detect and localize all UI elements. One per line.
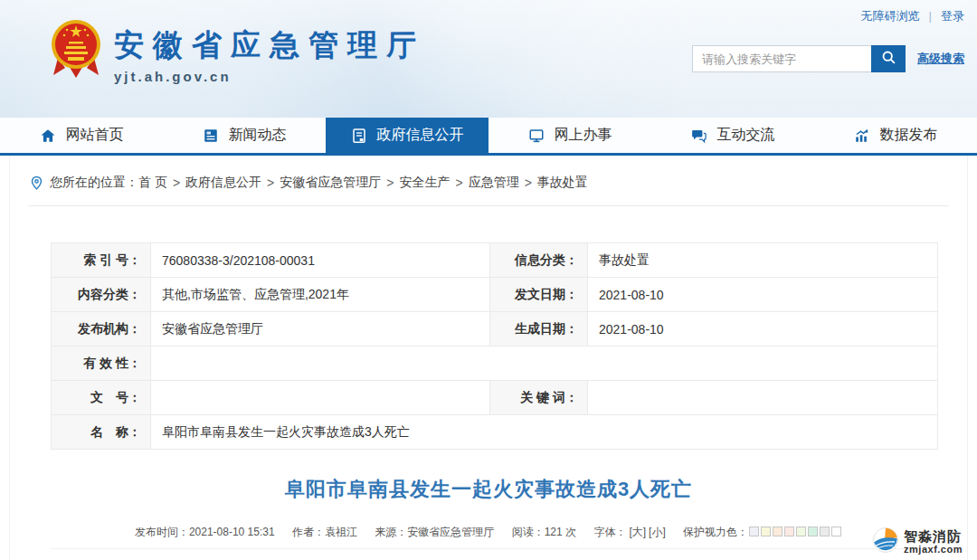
- issue-date-label: 发文日期：: [490, 278, 588, 312]
- document-icon: [351, 128, 367, 144]
- location-pin-icon: [30, 176, 43, 191]
- nav-item-online-services[interactable]: 网上办事: [488, 118, 651, 153]
- nav-item-gov-info[interactable]: 政府信息公开: [326, 118, 488, 153]
- nav-item-label: 网上办事: [555, 126, 612, 145]
- breadcrumb-item-safety[interactable]: 安全生产: [399, 175, 450, 191]
- doc-number-label: 文 号：: [52, 381, 151, 415]
- site-name: 安徽省应急管理厅: [114, 25, 425, 66]
- nav-item-home[interactable]: 网站首页: [0, 118, 163, 153]
- eye-protect-swatch[interactable]: [831, 527, 841, 536]
- font-size-controls: 字体：[大][小]: [593, 526, 665, 538]
- main-content: 您所在的位置： 首 页 > 政府信息公开 > 安徽省应急管理厅 > 安全生产 >…: [9, 156, 968, 560]
- nav-item-label: 互动交流: [717, 126, 775, 145]
- document-info-table: 索 引 号： 76080338-3/202108-00031 信息分类： 事故处…: [51, 242, 938, 450]
- monitor-icon: [528, 128, 545, 144]
- generation-date-value: 2021-08-10: [588, 312, 938, 346]
- nav-item-interaction[interactable]: 互动交流: [651, 118, 814, 153]
- main-nav: 网站首页 新闻动态 政府信息公开 网上办事 互动交流 数据发布: [0, 118, 977, 156]
- keyword-value: [588, 381, 938, 415]
- eye-protect-swatch[interactable]: [784, 527, 794, 536]
- search-area: 高级搜索: [692, 45, 964, 72]
- publisher-label: 发布机构：: [52, 312, 151, 346]
- top-links-separator: |: [929, 9, 932, 23]
- chat-icon: [691, 128, 707, 144]
- login-link[interactable]: 登录: [941, 9, 964, 23]
- table-row: 文 号： 关 键 词：: [52, 381, 938, 415]
- nav-item-label: 新闻动态: [229, 126, 287, 145]
- index-number-label: 索 引 号：: [52, 243, 151, 278]
- watermark-brand-url: zmjaxf.com: [904, 544, 963, 555]
- site-header: 无障碍浏览|登录 安徽省应急管理厅 yjt.ah.g: [0, 0, 977, 118]
- news-icon: [203, 128, 219, 144]
- nav-item-news[interactable]: 新闻动态: [163, 118, 326, 153]
- breadcrumb: 您所在的位置： 首 页 > 政府信息公开 > 安徽省应急管理厅 > 安全生产 >…: [28, 156, 949, 206]
- breadcrumb-item-emergency[interactable]: 应急管理: [469, 175, 519, 191]
- table-row: 索 引 号： 76080338-3/202108-00031 信息分类： 事故处…: [52, 243, 938, 278]
- zhimiao-fire-icon: [872, 527, 899, 557]
- nav-item-data-release[interactable]: 数据发布: [814, 118, 977, 153]
- table-row: 内容分类： 其他,市场监管、应急管理,2021年 发文日期： 2021-08-1…: [52, 278, 938, 312]
- breadcrumb-prefix: 您所在的位置：: [50, 175, 138, 191]
- doc-number-value: [151, 381, 490, 415]
- font-small-button[interactable]: [小]: [649, 526, 666, 538]
- article-meta: 发布时间：2021-08-10 15:31 作者：袁祖江 来源：安徽省应急管理厅…: [10, 525, 967, 540]
- table-row: 发布机构： 安徽省应急管理厅 生成日期： 2021-08-10: [52, 312, 938, 346]
- eye-protect-swatch[interactable]: [808, 527, 818, 536]
- publish-time: 发布时间：2021-08-10 15:31: [135, 526, 275, 538]
- publisher-value: 安徽省应急管理厅: [151, 312, 490, 346]
- top-links: 无障碍浏览|登录: [861, 8, 964, 24]
- site-brand: 安徽省应急管理厅 yjt.ah.gov.cn: [50, 18, 425, 84]
- eye-protect-swatch[interactable]: [820, 527, 830, 536]
- nav-item-label: 政府信息公开: [377, 126, 464, 145]
- nav-item-label: 网站首页: [66, 126, 124, 145]
- breadcrumb-item-gov-info[interactable]: 政府信息公开: [185, 175, 261, 191]
- nav-item-label: 数据发布: [880, 126, 938, 145]
- keyword-label: 关 键 词：: [490, 381, 588, 415]
- watermark-logo: 智淼消防 zmjaxf.com: [872, 527, 963, 557]
- info-category-label: 信息分类：: [490, 243, 588, 278]
- search-input[interactable]: [692, 45, 871, 72]
- name-label: 名 称：: [52, 415, 151, 450]
- search-button[interactable]: [871, 45, 906, 72]
- advanced-search-link[interactable]: 高级搜索: [917, 51, 964, 67]
- source: 来源：安徽省应急管理厅: [375, 526, 494, 538]
- site-url: yjt.ah.gov.cn: [114, 69, 425, 84]
- issue-date-value: 2021-08-10: [588, 278, 938, 312]
- info-category-value: 事故处置: [588, 243, 938, 278]
- search-icon: [881, 50, 896, 68]
- eye-protect-swatch[interactable]: [761, 527, 771, 536]
- name-value: 阜阳市阜南县发生一起火灾事故造成3人死亡: [151, 415, 938, 450]
- table-row: 有 效 性：: [52, 346, 938, 381]
- article-title: 阜阳市阜南县发生一起火灾事故造成3人死亡: [10, 476, 967, 503]
- breadcrumb-item-accident[interactable]: 事故处置: [537, 175, 588, 191]
- breadcrumb-item-department[interactable]: 安徽省应急管理厅: [280, 175, 381, 191]
- font-large-button[interactable]: [大]: [629, 526, 646, 538]
- validity-value: [151, 346, 938, 381]
- breadcrumb-item-home[interactable]: 首 页: [138, 175, 167, 191]
- index-number-value: 76080338-3/202108-00031: [151, 243, 490, 278]
- home-icon: [40, 128, 56, 144]
- validity-label: 有 效 性：: [52, 346, 151, 381]
- content-category-label: 内容分类：: [52, 278, 151, 312]
- eye-protect-swatch[interactable]: [749, 527, 759, 536]
- view-count: 阅读：121 次: [512, 526, 576, 538]
- watermark-brand-name: 智淼消防: [904, 529, 963, 545]
- eye-protect-swatch[interactable]: [796, 527, 806, 536]
- eye-protect-swatch[interactable]: [773, 527, 783, 536]
- eye-protect-colors: 保护视力色：: [683, 526, 842, 538]
- generation-date-label: 生成日期：: [490, 312, 588, 346]
- author: 作者：袁祖江: [292, 526, 357, 538]
- brand-text: 安徽省应急管理厅 yjt.ah.gov.cn: [114, 18, 425, 84]
- chart-icon: [854, 128, 870, 144]
- national-emblem-logo: [50, 18, 102, 83]
- bottom-divider: [51, 548, 926, 549]
- content-category-value: 其他,市场监管、应急管理,2021年: [151, 278, 490, 312]
- table-row: 名 称： 阜阳市阜南县发生一起火灾事故造成3人死亡: [52, 415, 938, 450]
- accessibility-link[interactable]: 无障碍浏览: [861, 9, 920, 23]
